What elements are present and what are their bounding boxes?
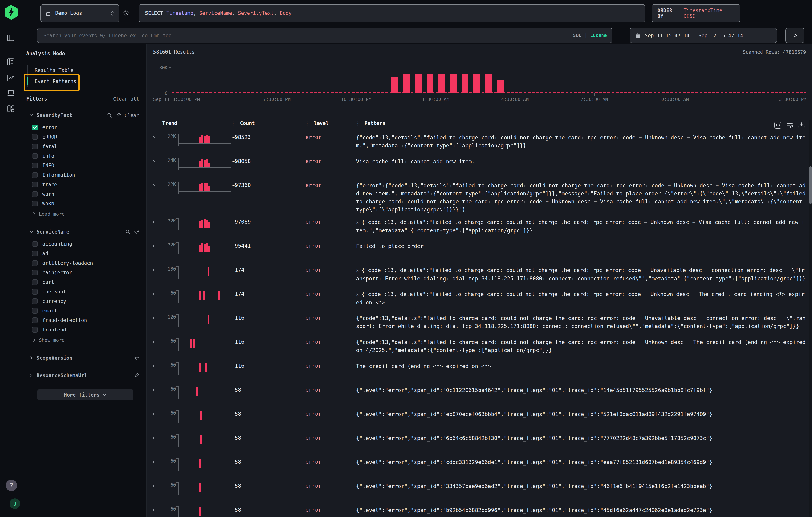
pin-icon[interactable] [134, 373, 139, 378]
search-input[interactable] [42, 32, 570, 39]
pattern-row[interactable]: 120~116error{"code":13,"details":"failed… [147, 314, 809, 338]
pattern-row[interactable]: 60~58error{"level":"error","span_id":"0c… [147, 385, 809, 409]
row-expand-chevron-icon[interactable] [152, 460, 162, 464]
user-avatar[interactable]: U [9, 498, 20, 509]
row-expand-chevron-icon[interactable] [152, 220, 162, 224]
mode-lucene[interactable]: Lucene [590, 33, 607, 38]
checkbox-unchecked[interactable] [32, 298, 38, 304]
pattern-row[interactable]: 22K~97069error× {"code":13,"details":"fa… [147, 218, 809, 241]
row-expand-chevron-icon[interactable] [152, 316, 162, 320]
row-expand-chevron-icon[interactable] [152, 244, 162, 248]
pattern-row[interactable]: 60~58error{"level":"error","span_id":"cd… [147, 458, 809, 482]
checkbox-unchecked[interactable] [32, 270, 38, 276]
clear-filter-link[interactable]: Clear [125, 112, 139, 118]
row-expand-chevron-icon[interactable] [152, 412, 162, 416]
checkbox-unchecked[interactable] [32, 191, 38, 197]
filter-option-frontend[interactable]: frontend [32, 325, 141, 335]
filter-option-currency[interactable]: currency [32, 296, 141, 306]
chart-nav-icon[interactable] [6, 74, 15, 82]
pattern-row[interactable]: 60~58error{"level":"error","span_id":"33… [147, 482, 809, 506]
logs-nav-icon[interactable] [6, 58, 15, 66]
clear-all-filters-link[interactable]: Clear all [113, 96, 139, 102]
filter-option-error[interactable]: error [32, 123, 141, 132]
search-icon[interactable] [107, 113, 112, 118]
sessions-nav-icon[interactable] [6, 89, 15, 97]
filter-option-artillery-loadgen[interactable]: artillery-loadgen [32, 258, 141, 268]
column-drag-handle-icon[interactable]: ⋮ [355, 120, 360, 126]
filter-group-header-severitytext[interactable]: SeverityTextClear [29, 111, 141, 119]
filter-option-warn[interactable]: WARN [32, 199, 141, 208]
checkbox-unchecked[interactable] [32, 260, 38, 266]
filter-option-cart[interactable]: cart [32, 277, 141, 287]
pattern-row[interactable]: 180~174error× {"code":13,"details":"fail… [147, 265, 809, 290]
filter-option-fraud-detection[interactable]: fraud-detection [32, 315, 141, 325]
pattern-row[interactable]: 60~116error{"code":13,"details":"failed … [147, 338, 809, 362]
source-selector[interactable]: Demo Logs [40, 4, 119, 22]
row-expand-chevron-icon[interactable] [152, 268, 162, 272]
show-more-link[interactable]: Show more [32, 335, 141, 344]
checkbox-unchecked[interactable] [32, 279, 38, 285]
column-header-pattern[interactable]: ⋮Pattern [356, 120, 806, 126]
settings-gear-button[interactable] [122, 9, 129, 17]
checkbox-unchecked[interactable] [32, 153, 38, 159]
filter-option-trace[interactable]: trace [32, 180, 141, 189]
checkbox-unchecked[interactable] [32, 134, 38, 140]
search-icon[interactable] [125, 229, 130, 234]
panel-toggle-icon[interactable] [6, 33, 15, 42]
row-expand-chevron-icon[interactable] [152, 183, 162, 188]
pin-icon[interactable] [134, 355, 139, 360]
pattern-row[interactable]: 22K~95441errorFailed to place order [147, 241, 809, 265]
filter-option-ad[interactable]: ad [32, 249, 141, 258]
filter-option-information[interactable]: Information [32, 170, 141, 180]
filter-option-cainjector[interactable]: cainjector [32, 268, 141, 277]
filter-option-accounting[interactable]: accounting [32, 239, 141, 249]
mode-sql[interactable]: SQL [573, 33, 581, 38]
help-button[interactable]: ? [6, 480, 17, 491]
pin-icon[interactable] [116, 113, 121, 118]
column-header-count[interactable]: ⋮Count [232, 120, 306, 126]
row-expand-chevron-icon[interactable] [152, 484, 162, 488]
load-more-link[interactable]: Load more [32, 209, 141, 218]
scrollbar-track[interactable] [809, 120, 812, 517]
pattern-row[interactable]: 22K~98523error{"code":13,"details":"fail… [147, 133, 809, 157]
run-query-button[interactable] [785, 28, 804, 43]
pattern-row[interactable]: 60~58error{"level":"error","span_id":"6b… [147, 434, 809, 458]
checkbox-unchecked[interactable] [32, 251, 38, 256]
filter-option-warn[interactable]: warn [32, 189, 141, 199]
checkbox-unchecked[interactable] [32, 308, 38, 314]
pattern-row[interactable]: 60~174error× {"code":13,"details":"faile… [147, 290, 809, 314]
scrollbar-thumb[interactable] [809, 166, 812, 204]
checkbox-unchecked[interactable] [32, 327, 38, 333]
pattern-row[interactable]: 24K~98058errorVisa cache full: cannot ad… [147, 157, 809, 181]
more-filters-button[interactable]: More filters [37, 390, 133, 400]
checkbox-unchecked[interactable] [32, 163, 38, 168]
sql-select-editor[interactable]: SELECT Timestamp, ServiceName, SeverityT… [139, 4, 645, 22]
checkbox-checked[interactable] [32, 124, 38, 130]
results-histogram[interactable]: 80K0Sep 11 3:30:00 PM7:30:00 PM10:30:00 … [171, 67, 806, 93]
checkbox-unchecked[interactable] [32, 182, 38, 188]
checkbox-unchecked[interactable] [32, 241, 38, 247]
row-expand-chevron-icon[interactable] [152, 508, 162, 512]
filter-group-header-scopeversion[interactable]: ScopeVersion [29, 353, 141, 362]
column-header-trend[interactable]: Trend [162, 120, 232, 126]
pattern-row[interactable]: 60~58error{"level":"error","span_id":"eb… [147, 409, 809, 434]
column-header-level[interactable]: ⋮level [306, 120, 356, 126]
column-drag-handle-icon[interactable]: ⋮ [305, 120, 310, 126]
row-expand-chevron-icon[interactable] [152, 135, 162, 139]
tab-event-patterns[interactable]: Event Patterns [28, 76, 141, 87]
dashboards-nav-icon[interactable] [6, 105, 15, 113]
checkbox-unchecked[interactable] [32, 289, 38, 294]
filter-option-checkout[interactable]: checkout [32, 287, 141, 296]
pin-icon[interactable] [134, 229, 139, 234]
filter-option-fatal[interactable]: fatal [32, 142, 141, 151]
row-expand-chevron-icon[interactable] [152, 388, 162, 392]
column-drag-handle-icon[interactable]: ⋮ [231, 120, 236, 126]
order-by-editor[interactable]: ORDER BY TimestampTime DESC [651, 4, 741, 22]
checkbox-unchecked[interactable] [32, 172, 38, 178]
checkbox-unchecked[interactable] [32, 144, 38, 149]
pattern-row[interactable]: 22K~97360error{"error":{"code":13,"detai… [147, 181, 809, 218]
tab-results-table[interactable]: Results Table [28, 65, 141, 76]
checkbox-unchecked[interactable] [32, 201, 38, 206]
pattern-row[interactable]: 60~116errorThe credit card (ending <*> e… [147, 362, 809, 385]
time-range-picker[interactable]: Sep 11 15:47:14 - Sep 12 15:47:14 [630, 28, 777, 43]
